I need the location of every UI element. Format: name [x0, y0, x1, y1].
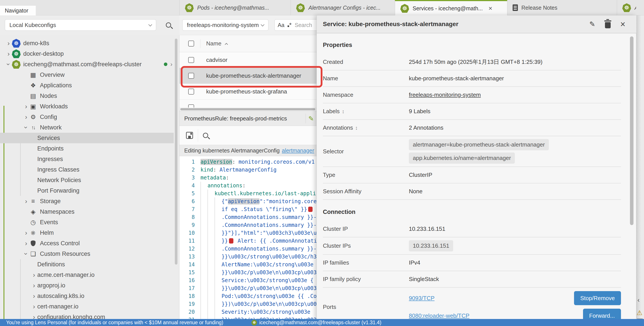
- warning-icon[interactable]: ⚠: [636, 309, 642, 316]
- sidebar-item-cert-manager-io[interactable]: ›cert-manager.io: [0, 301, 174, 312]
- tab-services-icecheng-math[interactable]: ☸Services - icecheng@math...×: [395, 0, 507, 16]
- row-checkbox[interactable]: [188, 89, 194, 94]
- port-link-8080-reloader-web-tcp[interactable]: 8080:reloader-web/TCP: [409, 312, 470, 319]
- sidebar-item-storage[interactable]: ›≡Storage: [0, 196, 174, 206]
- sidebar-item-workloads[interactable]: ›▣Workloads: [0, 101, 174, 112]
- sidebar-scrollbar[interactable]: [175, 38, 178, 264]
- chevron-down-icon[interactable]: ›: [5, 61, 12, 68]
- sidebar-item-nodes[interactable]: ▤Nodes: [0, 90, 174, 101]
- sidebar-item-custom-resources[interactable]: ›❑Custom Resources: [0, 248, 174, 259]
- code-line[interactable]: 15}}\u003c/p\u003e\n\u003cp\u003: [180, 268, 316, 276]
- select-all-checkbox[interactable]: [188, 40, 194, 46]
- sidebar-item-overview[interactable]: ▦Overview: [0, 70, 174, 80]
- sidebar-item-applications[interactable]: ❖Applications: [0, 80, 174, 90]
- code-line[interactable]: 10}}"}],"html":"\u003ch3\u003e\u: [180, 229, 316, 237]
- drawer-scrollbar[interactable]: [630, 36, 634, 225]
- sort-icon[interactable]: ↕: [355, 125, 358, 131]
- sidebar-item-namespaces[interactable]: ◈Namespaces: [0, 206, 174, 217]
- chevron-right-icon[interactable]: ›: [23, 230, 30, 236]
- sidebar-item-ingress-classes[interactable]: Ingress Classes: [0, 164, 174, 175]
- collapse-icon[interactable]: ‹: [638, 296, 640, 304]
- edit-icon[interactable]: ✎: [590, 20, 595, 28]
- chevron-right-icon[interactable]: ›: [31, 293, 37, 299]
- sidebar-item-events[interactable]: ◷Events: [0, 217, 174, 228]
- edit-pencil-icon[interactable]: ✎: [306, 115, 316, 122]
- code-line[interactable]: 8.CommonAnnotations.summary }}-: [180, 213, 316, 221]
- sort-icon[interactable]: ↕: [342, 108, 344, 114]
- code-line[interactable]: 5kubectl.kubernetes.io/last-appli: [180, 190, 316, 198]
- column-header-name[interactable]: Name: [206, 40, 221, 47]
- chevron-right-icon[interactable]: ›: [5, 40, 12, 46]
- chevron-right-icon[interactable]: ›: [170, 61, 172, 68]
- sidebar-item-acme-cert-manager-io[interactable]: ›acme.cert-manager.io: [0, 270, 174, 280]
- navigator-panel-tab[interactable]: Navigator: [0, 6, 36, 15]
- chevron-right-icon[interactable]: ›: [31, 282, 37, 289]
- sidebar-item-ingresses[interactable]: Ingresses: [0, 154, 174, 164]
- search-icon[interactable]: [166, 22, 171, 28]
- row-checkbox[interactable]: [188, 104, 194, 108]
- code-line[interactable]: 3metadata:: [180, 174, 316, 182]
- sidebar-item-network[interactable]: ›↑↓Network: [0, 122, 174, 133]
- sidebar-item-configuration-konghq-com[interactable]: ›configuration.konghq.com: [0, 312, 174, 320]
- sidebar-item-docker-desktop[interactable]: ›☸docker-desktop: [0, 48, 174, 59]
- chevron-right-icon[interactable]: ›: [23, 114, 30, 120]
- close-icon[interactable]: ×: [620, 20, 625, 28]
- code-line[interactable]: 9.CommonAnnotations.summary }}-: [180, 221, 316, 229]
- stop-remove-button[interactable]: Stop/Remove: [574, 291, 621, 305]
- code-line[interactable]: 20Severity:\u003c/strong\u003e: [180, 308, 316, 316]
- horizontal-scrollbar[interactable]: [180, 108, 316, 111]
- row-checkbox[interactable]: [188, 57, 194, 63]
- delete-icon[interactable]: [605, 22, 611, 28]
- table-row-kube-prometheus-stack-grafana[interactable]: kube-prometheus-stack-grafana: [180, 84, 316, 100]
- code-line[interactable]: 12.CommonAnnotations.summary }}-: [180, 245, 316, 253]
- sidebar-item-config[interactable]: ›⚙Config: [0, 112, 174, 122]
- chevron-right-icon[interactable]: ›: [31, 303, 37, 310]
- tab-alertmanager-configs-icec[interactable]: ☸Alertmanager Configs - icec...: [291, 0, 395, 15]
- chevron-down-icon[interactable]: ›: [23, 124, 30, 131]
- chevron-right-icon[interactable]: ›: [23, 240, 30, 246]
- code-line[interactable]: 16Service:\u003c/strong\u003e {: [180, 276, 316, 284]
- code-line[interactable]: 17}}\u003c/p\u003e\n\u003cp\u003: [180, 284, 316, 292]
- editor-search-icon[interactable]: [203, 133, 208, 138]
- close-icon[interactable]: ×: [488, 4, 492, 12]
- editing-resource-link[interactable]: alertmanager: [282, 148, 314, 154]
- save-icon[interactable]: [186, 132, 193, 139]
- active-cluster-status[interactable]: icecheng@mathmast.com@freeleaps-cluster …: [259, 320, 382, 326]
- chevron-right-icon[interactable]: ›: [23, 198, 30, 204]
- tab-pods-icecheng-mathmas[interactable]: ☸Pods - icecheng@mathmas...: [180, 0, 291, 15]
- code-line[interactable]: 2kind: AlertmanagerConfig: [180, 166, 316, 174]
- chevron-right-icon[interactable]: ›: [5, 50, 12, 57]
- sidebar-item-services[interactable]: Services: [0, 133, 174, 143]
- code-line[interactable]: 7if eq .Status \"firing\" }}: [180, 205, 316, 213]
- port-link-9093-tcp[interactable]: 9093/TCP: [409, 295, 434, 302]
- sidebar-item-endpoints[interactable]: Endpoints: [0, 143, 174, 154]
- sidebar-item-definitions[interactable]: Definitions: [0, 259, 174, 270]
- code-line[interactable]: 18Pod:\u003c/strong\u003e {{ .Co: [180, 292, 316, 300]
- chevron-right-icon[interactable]: ›: [23, 103, 30, 110]
- tab-a[interactable]: ☸A: [617, 0, 636, 15]
- sidebar-item-port-forwarding[interactable]: Port Forwarding: [0, 186, 174, 196]
- code-line[interactable]: 19}})\u003c/p\u003e\n\u003cp\u00: [180, 300, 316, 308]
- code-line[interactable]: 14AlertName:\u003c/strong\u003e: [180, 260, 316, 268]
- sidebar-item-network-policies[interactable]: Network Policies: [0, 175, 174, 186]
- sidebar-item-icecheng-mathmast-com-freeleaps-cluster[interactable]: ›☸icecheng@mathmast.com@freeleaps-cluste…: [0, 59, 174, 70]
- code-line[interactable]: 13}}\u003c/strong\u003e\u003c/h3: [180, 253, 316, 260]
- code-line[interactable]: 6{"apiVersion":"monitoring.core: [180, 198, 316, 205]
- sidebar-item-autoscaling-k8s-io[interactable]: ›autoscaling.k8s.io: [0, 291, 174, 301]
- table-row-cadvisor[interactable]: cadvisor: [180, 52, 316, 68]
- yaml-editor[interactable]: 1apiVersion: monitoring.coreos.com/v12ki…: [180, 156, 316, 326]
- sidebar-item-helm[interactable]: ›⎈Helm: [0, 228, 174, 238]
- code-line[interactable]: 1apiVersion: monitoring.coreos.com/v1: [180, 158, 316, 166]
- regex-icon[interactable]: *: [288, 22, 292, 28]
- sort-asc-icon[interactable]: [225, 43, 228, 46]
- namespace-select[interactable]: freeleaps-monitoring-system: [182, 19, 268, 31]
- kubeconfig-select[interactable]: Local Kubeconfigs: [5, 19, 156, 31]
- chevron-right-icon[interactable]: ›: [31, 272, 37, 278]
- code-line[interactable]: 11}} Alert: {{ .CommonAnnotati: [180, 237, 316, 245]
- tab-release-notes[interactable]: Release Notes: [507, 0, 617, 15]
- sidebar-item-access-control[interactable]: ›Access Control: [0, 238, 174, 248]
- table-row-kube-prometheus-stack-alertmanager[interactable]: kube-prometheus-stack-alertmanager: [180, 68, 316, 84]
- row-checkbox[interactable]: [188, 73, 194, 79]
- code-line[interactable]: 4annotations:: [180, 182, 316, 190]
- match-case-icon[interactable]: Aa: [278, 22, 284, 28]
